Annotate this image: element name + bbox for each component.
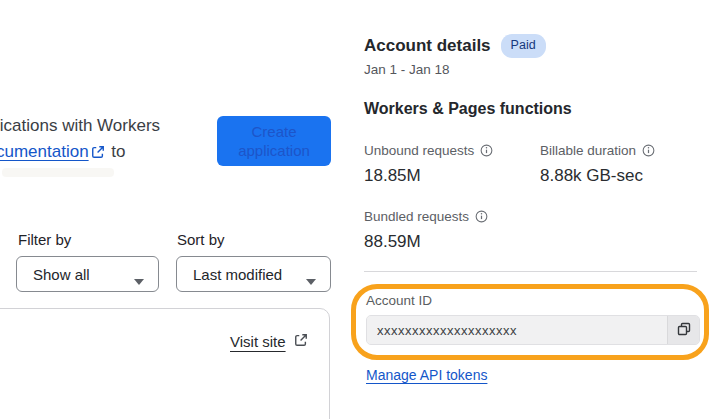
intro-text: lications with Workers cumentation to xyxy=(0,113,160,167)
account-details-title: Account details xyxy=(364,36,491,56)
documentation-link[interactable]: cumentation xyxy=(0,142,89,161)
create-application-button[interactable]: Create application xyxy=(217,116,331,166)
paid-plan-badge: Paid xyxy=(501,34,546,58)
filter-dropdown[interactable]: Show all xyxy=(16,256,159,292)
section-divider xyxy=(364,271,697,272)
visit-site-link[interactable]: Visit site xyxy=(230,333,310,350)
external-link-icon xyxy=(91,141,105,167)
faded-text-artifact xyxy=(2,168,114,177)
stat-bundled-requests: Bundled requests 88.59M xyxy=(364,209,534,252)
stat-value: 88.59M xyxy=(364,232,534,252)
stat-billable-duration: Billable duration 8.88k GB-sec xyxy=(540,143,710,186)
info-icon[interactable] xyxy=(642,144,655,157)
manage-api-tokens-link[interactable]: Manage API tokens xyxy=(366,367,487,383)
info-icon[interactable] xyxy=(475,210,488,223)
external-link-icon xyxy=(294,333,308,350)
filter-by-label: Filter by xyxy=(18,231,71,248)
site-card xyxy=(0,308,330,419)
info-icon[interactable] xyxy=(480,144,493,157)
stat-unbound-requests: Unbound requests 18.85M xyxy=(364,143,534,186)
sort-dropdown[interactable]: Last modified xyxy=(176,256,331,292)
account-id-field xyxy=(366,315,700,345)
date-range: Jan 1 - Jan 18 xyxy=(364,62,450,77)
filter-dropdown-value: Show all xyxy=(33,266,90,283)
functions-section-title: Workers & Pages functions xyxy=(364,100,572,118)
copy-account-id-button[interactable] xyxy=(667,316,699,344)
sort-by-label: Sort by xyxy=(177,231,225,248)
workers-pages-dashboard: lications with Workers cumentation to Cr… xyxy=(0,0,718,419)
stat-value: 8.88k GB-sec xyxy=(540,166,710,186)
copy-icon xyxy=(676,321,692,340)
account-id-input[interactable] xyxy=(367,316,667,344)
chevron-down-icon xyxy=(306,271,316,277)
intro-suffix: to xyxy=(111,142,125,161)
chevron-down-icon xyxy=(134,271,144,277)
intro-line1: lications with Workers xyxy=(0,116,160,135)
stat-value: 18.85M xyxy=(364,166,534,186)
account-id-label: Account ID xyxy=(366,293,432,308)
sort-dropdown-value: Last modified xyxy=(193,266,282,283)
